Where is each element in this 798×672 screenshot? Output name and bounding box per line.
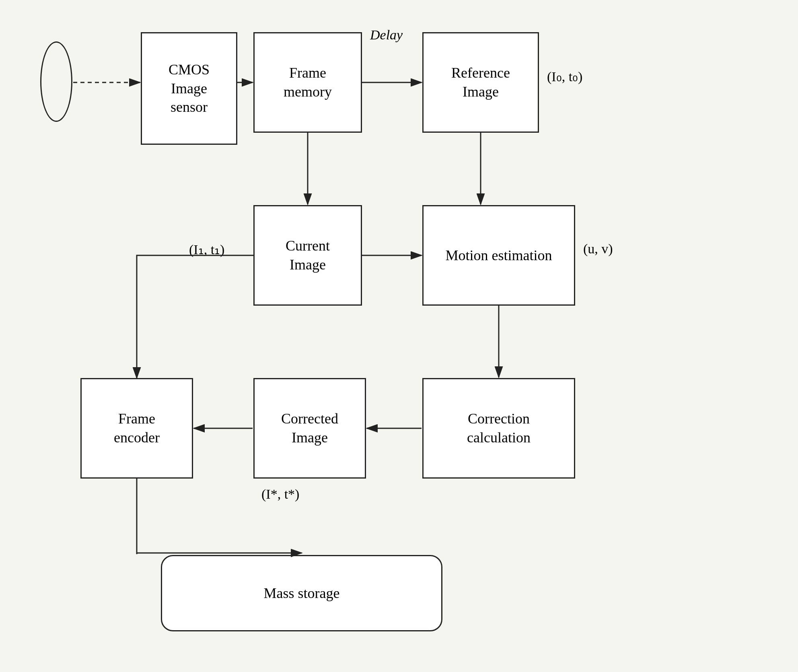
cmos-box: CMOS Image sensor (141, 32, 237, 145)
lens-icon (40, 41, 72, 122)
cmos-label: CMOS Image sensor (169, 60, 210, 117)
reference-image-box: Reference Image (422, 32, 539, 133)
corrected-image-label: Corrected Image (281, 409, 338, 447)
current-image-box: Current Image (253, 205, 362, 306)
frame-memory-label: Frame memory (284, 64, 332, 101)
current-image-label: Current Image (286, 236, 330, 274)
diagram: CMOS Image sensor Frame memory Reference… (0, 0, 798, 672)
uv-label: (u, v) (583, 241, 613, 257)
corrected-image-box: Corrected Image (253, 378, 366, 479)
reference-image-label: Reference Image (451, 64, 510, 101)
frame-encoder-label: Frame encoder (114, 409, 160, 447)
mass-storage-label: Mass storage (264, 584, 340, 603)
i0t0-label: (I₀, t₀) (547, 68, 582, 84)
i1t1-label: (I₁, t₁) (189, 241, 224, 257)
motion-estimation-box: Motion estimation (422, 205, 575, 306)
frame-encoder-box: Frame encoder (80, 378, 193, 479)
frame-memory-box: Frame memory (253, 32, 362, 133)
motion-estimation-label: Motion estimation (446, 246, 552, 265)
correction-calculation-label: Correction calculation (467, 409, 531, 447)
delay-label: Delay (370, 27, 403, 43)
istar-label: (I*, t*) (261, 487, 299, 502)
mass-storage-box: Mass storage (161, 555, 442, 631)
correction-calculation-box: Correction calculation (422, 378, 575, 479)
